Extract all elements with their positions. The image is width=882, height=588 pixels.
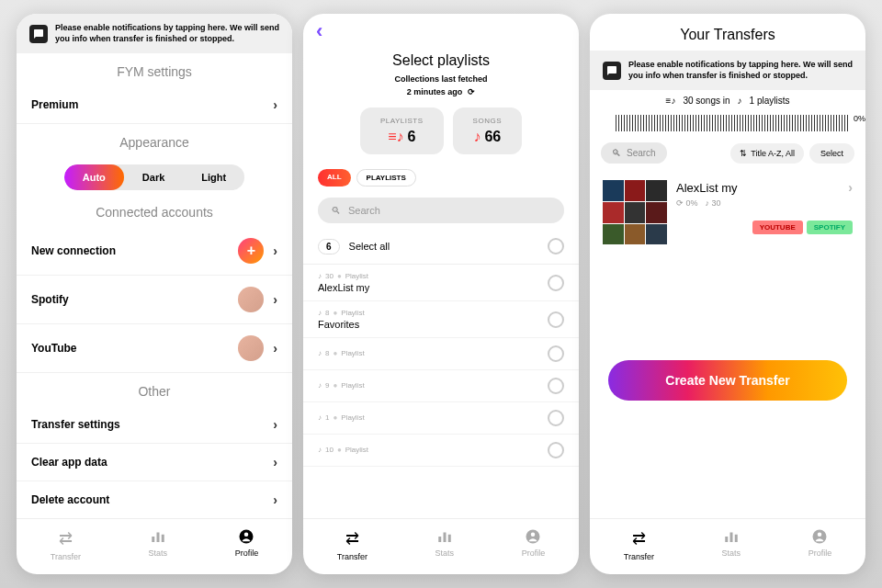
- svg-rect-10: [725, 537, 728, 542]
- bottom-nav: ⇄ Transfer Stats Profile: [590, 518, 865, 574]
- playlist-radio[interactable]: [548, 442, 564, 458]
- nav-transfer[interactable]: ⇄ Transfer: [337, 528, 368, 561]
- sort-icon: ⇅: [740, 149, 747, 158]
- badge-spotify: SPOTIFY: [807, 220, 853, 234]
- back-button[interactable]: ‹: [303, 14, 579, 49]
- page-title: Your Transfers: [590, 14, 865, 51]
- playlist-icon: ≡♪: [388, 129, 403, 145]
- row-premium[interactable]: Premium ›: [17, 86, 292, 124]
- chevron-right-icon: ›: [273, 97, 277, 112]
- section-other: Other: [17, 373, 292, 406]
- select-all-row[interactable]: 6 Select all: [303, 229, 579, 265]
- pill-light[interactable]: Light: [183, 164, 244, 190]
- svg-rect-11: [729, 533, 732, 543]
- section-accounts: Connected accounts: [17, 194, 292, 227]
- chevron-right-icon: ›: [273, 492, 277, 507]
- row-clear-data[interactable]: Clear app data ›: [17, 444, 292, 481]
- profile-icon: [811, 528, 828, 545]
- bell-icon: [603, 62, 621, 80]
- transfer-icon: ⇄: [59, 528, 73, 548]
- stat-songs: SONGS ♪66: [453, 107, 522, 154]
- notification-banner[interactable]: Please enable notifications by tapping h…: [590, 51, 865, 90]
- stat-playlists: PLAYLISTS ≡♪6: [360, 107, 444, 154]
- svg-rect-2: [162, 535, 164, 542]
- appearance-toggle: Auto Dark Light: [17, 157, 292, 194]
- refresh-icon[interactable]: ⟳: [468, 87, 475, 96]
- thumbnail-grid: [603, 180, 667, 244]
- svg-point-4: [244, 533, 249, 537]
- playlist-row[interactable]: ♪ 8 ● PlaylistFavorites: [303, 301, 579, 338]
- nav-profile[interactable]: Profile: [522, 528, 546, 561]
- page-title: Select playlists: [303, 49, 579, 73]
- svg-rect-7: [448, 535, 451, 542]
- card-meta: ⟳ 0% ♪ 30: [676, 198, 853, 208]
- nav-stats[interactable]: Stats: [435, 528, 455, 561]
- pill-auto[interactable]: Auto: [64, 164, 124, 190]
- count-badge: 6: [318, 239, 340, 254]
- playlist-row[interactable]: ♪ 30 ● PlaylistAlexList my: [303, 265, 579, 301]
- chevron-right-icon: ›: [848, 180, 853, 195]
- row-new-connection[interactable]: New connection + ›: [17, 227, 292, 276]
- section-appearance: Appearance: [17, 124, 292, 157]
- row-transfer-settings[interactable]: Transfer settings ›: [17, 406, 292, 444]
- search-input[interactable]: 🔍︎ Search: [318, 198, 564, 223]
- create-transfer-button[interactable]: Create New Transfer: [608, 360, 847, 401]
- svg-point-9: [531, 533, 536, 537]
- transfer-card[interactable]: AlexList my › ⟳ 0% ♪ 30 YOUTUBE SPOTIFY: [590, 171, 865, 254]
- nav-stats[interactable]: Stats: [722, 528, 741, 561]
- transfer-icon: ⇄: [345, 528, 359, 548]
- screen-select-playlists: ‹ Select playlists Collections last fetc…: [303, 14, 579, 574]
- playlist-row[interactable]: ♪ 10 ● Playlist: [303, 435, 579, 467]
- svg-rect-1: [156, 533, 159, 543]
- playlist-radio[interactable]: [548, 275, 564, 291]
- filter-pills: ALL PLAYLISTS: [303, 164, 579, 192]
- nav-profile[interactable]: Profile: [808, 528, 832, 561]
- stats-icon: [150, 528, 166, 545]
- svg-rect-5: [438, 537, 441, 542]
- row-delete-account[interactable]: Delete account ›: [17, 481, 292, 518]
- chevron-right-icon: ›: [273, 417, 277, 432]
- row-spotify[interactable]: Spotify ›: [17, 276, 292, 324]
- bell-icon: [29, 25, 48, 43]
- playlist-row[interactable]: ♪ 8 ● Playlist: [303, 338, 579, 370]
- nav-transfer[interactable]: ⇄ Transfer: [624, 528, 654, 561]
- playlist-radio[interactable]: [548, 410, 564, 426]
- profile-icon: [525, 528, 541, 545]
- playlist-radio[interactable]: [548, 311, 564, 328]
- fetched-time: 2 minutes ago ⟳: [303, 85, 579, 98]
- filter-playlists[interactable]: PLAYLISTS: [356, 169, 416, 187]
- music-icon: ♪: [318, 349, 322, 357]
- add-icon: +: [238, 238, 264, 264]
- music-icon: ♪: [318, 381, 322, 390]
- avatar: [238, 287, 264, 312]
- select-button[interactable]: Select: [809, 143, 854, 164]
- playlist-row[interactable]: ♪ 1 ● Playlist: [303, 402, 579, 435]
- nav-transfer[interactable]: ⇄ Transfer: [51, 528, 81, 561]
- music-icon: ♪: [738, 96, 742, 106]
- select-all-radio[interactable]: [548, 238, 564, 254]
- screen-settings: Please enable notifications by tapping h…: [17, 14, 292, 574]
- playlist-row[interactable]: ♪ 9 ● Playlist: [303, 370, 579, 402]
- sort-button[interactable]: ⇅ Title A-Z, All: [730, 143, 804, 164]
- nav-stats[interactable]: Stats: [149, 528, 168, 561]
- profile-icon: [238, 528, 254, 545]
- chevron-right-icon: ›: [273, 243, 277, 258]
- music-icon: ♪: [318, 413, 322, 422]
- fetched-label: Collections last fetched: [303, 73, 579, 85]
- nav-profile[interactable]: Profile: [235, 528, 259, 561]
- card-title: AlexList my: [676, 181, 737, 195]
- playlist-radio[interactable]: [548, 378, 564, 394]
- playlist-radio[interactable]: [548, 345, 564, 362]
- search-input[interactable]: 🔍︎ Search: [601, 142, 667, 164]
- svg-point-14: [818, 533, 822, 537]
- playlist-icon: ≡♪: [666, 96, 676, 106]
- filter-all[interactable]: ALL: [318, 169, 351, 187]
- row-youtube[interactable]: YouTube ›: [17, 324, 292, 373]
- music-icon: ♪: [318, 446, 322, 454]
- banner-text: Please enable notifications by tapping h…: [55, 23, 279, 44]
- music-icon: ♪: [473, 129, 481, 145]
- section-fym: FYM settings: [17, 53, 292, 86]
- pill-dark[interactable]: Dark: [124, 164, 183, 190]
- notification-banner[interactable]: Please enable notifications by tapping h…: [17, 14, 292, 53]
- avatar: [238, 335, 264, 361]
